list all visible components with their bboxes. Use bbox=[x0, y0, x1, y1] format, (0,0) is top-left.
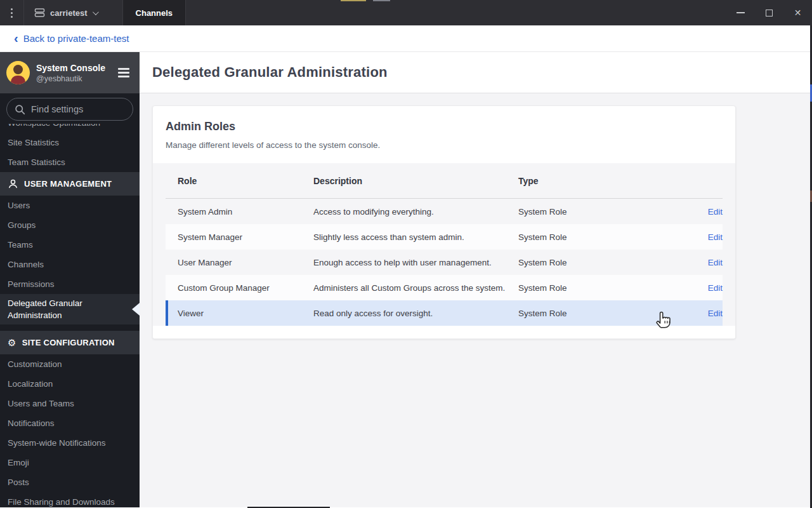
edit-link[interactable]: Edit bbox=[708, 309, 723, 318]
window-titlebar: carrietest Channels ✕ bbox=[0, 0, 812, 25]
tab-channels-label: Channels bbox=[136, 8, 173, 18]
cell-role: System Admin bbox=[178, 207, 313, 217]
cell-actions: Edit bbox=[693, 258, 723, 267]
cell-type: System Role bbox=[518, 232, 693, 242]
column-header-description: Description bbox=[313, 176, 518, 186]
console-title: System Console bbox=[36, 62, 117, 74]
cell-actions: Edit bbox=[693, 232, 723, 242]
cell-role: Viewer bbox=[178, 309, 313, 318]
close-button[interactable]: ✕ bbox=[783, 0, 812, 25]
table-row-system-admin[interactable]: System AdminAccess to modifying everythi… bbox=[166, 199, 723, 224]
table-row-user-manager[interactable]: User ManagerEnough access to help with u… bbox=[166, 250, 723, 275]
sidebar-item-label: Permissions bbox=[8, 279, 55, 289]
sidebar-item-users-and-teams[interactable]: Users and Teams bbox=[0, 394, 140, 413]
minimize-button[interactable] bbox=[726, 0, 755, 25]
sidebar-item-label: Emoji bbox=[8, 458, 29, 467]
sidebar-item-channels[interactable]: Channels bbox=[0, 255, 140, 274]
sidebar-section-site-configuration: ⚙SITE CONFIGURATION bbox=[0, 331, 140, 354]
sidebar-section-user-management: USER MANAGEMENT bbox=[0, 172, 140, 196]
page-title: Delegated Granular Administration bbox=[152, 64, 388, 81]
sidebar-item-label: Site Statistics bbox=[8, 138, 59, 147]
sidebar-item-groups[interactable]: Groups bbox=[0, 215, 140, 235]
sidebar-item-users[interactable]: Users bbox=[0, 196, 140, 215]
cell-actions: Edit bbox=[693, 283, 723, 293]
sidebar-item-label: Channels bbox=[8, 260, 44, 269]
cell-role: Custom Group Manager bbox=[178, 283, 313, 293]
hand-cursor-icon bbox=[655, 307, 675, 329]
main-area: Delegated Granular Administration Admin … bbox=[140, 52, 812, 507]
sidebar-item-label: Posts bbox=[8, 478, 29, 487]
sidebar-item-permissions[interactable]: Permissions bbox=[0, 274, 140, 294]
sidebar-item-localization[interactable]: Localization bbox=[0, 374, 140, 394]
sidebar-item-label: System-wide Notifications bbox=[8, 438, 106, 448]
table-row-viewer[interactable]: ViewerRead only access for oversight.Sys… bbox=[166, 300, 723, 326]
server-selector[interactable]: carrietest bbox=[24, 0, 106, 25]
search-input[interactable] bbox=[31, 104, 120, 114]
search-icon bbox=[15, 104, 25, 115]
sidebar-item-label: Users bbox=[8, 201, 30, 210]
avatar[interactable] bbox=[6, 61, 30, 84]
cell-role: System Manager bbox=[178, 232, 313, 242]
sidebar-nav: Workspace OptimizationSite StatisticsTea… bbox=[0, 113, 140, 507]
sidebar-item-site-statistics[interactable]: Site Statistics bbox=[0, 133, 140, 152]
sidebar-item-file-sharing-and-downloads[interactable]: File Sharing and Downloads bbox=[0, 492, 140, 507]
sidebar-item-label: Teams bbox=[8, 240, 33, 250]
cell-type: System Role bbox=[518, 207, 693, 217]
sidebar-item-label: Team Statistics bbox=[8, 157, 65, 167]
sidebar-item-notifications[interactable]: Notifications bbox=[0, 413, 140, 433]
close-icon: ✕ bbox=[794, 8, 802, 17]
table-row-custom-group-manager[interactable]: Custom Group ManagerAdministers all Cust… bbox=[166, 275, 723, 300]
sidebar-item-delegated-granular-administration[interactable]: Delegated Granular Administration bbox=[0, 294, 140, 324]
maximize-icon bbox=[766, 10, 773, 17]
server-icon bbox=[34, 8, 45, 18]
top-edge-sliver bbox=[373, 0, 390, 1]
hamburger-menu-icon[interactable] bbox=[117, 65, 131, 80]
sidebar-item-label: File Sharing and Downloads bbox=[8, 497, 115, 507]
sidebar-item-teams[interactable]: Teams bbox=[0, 235, 140, 255]
sidebar-item-label: Delegated Granular Administration bbox=[8, 297, 121, 321]
selected-item-pointer-icon bbox=[132, 303, 140, 316]
edit-link[interactable]: Edit bbox=[708, 232, 723, 242]
edit-link[interactable]: Edit bbox=[708, 207, 723, 217]
sidebar-item-customization[interactable]: Customization bbox=[0, 354, 140, 374]
gear-icon: ⚙ bbox=[8, 338, 16, 347]
minimize-icon bbox=[737, 12, 745, 13]
table-row-system-manager[interactable]: System ManagerSlightly less access than … bbox=[166, 224, 723, 250]
sidebar-item-label: Groups bbox=[8, 220, 36, 230]
sidebar-item-label: Notifications bbox=[8, 418, 55, 428]
sidebar-header: System Console @yesbhautik bbox=[0, 52, 140, 93]
user-management-icon bbox=[8, 178, 18, 189]
app-window: carrietest Channels ✕ ‹ Back to private-… bbox=[0, 0, 812, 508]
column-header-role: Role bbox=[178, 176, 313, 186]
sidebar-item-system-wide-notifications[interactable]: System-wide Notifications bbox=[0, 433, 140, 453]
card-title: Admin Roles bbox=[166, 120, 723, 133]
sidebar-item-label: Customization bbox=[8, 359, 62, 369]
tab-channels[interactable]: Channels bbox=[122, 0, 187, 25]
cell-description: Read only access for oversight. bbox=[313, 309, 518, 318]
cell-actions: Edit bbox=[693, 309, 723, 318]
cell-description: Access to modifying everything. bbox=[313, 207, 518, 217]
kebab-menu-icon[interactable] bbox=[0, 0, 23, 25]
edit-link[interactable]: Edit bbox=[708, 283, 723, 293]
sidebar-section-label: USER MANAGEMENT bbox=[24, 179, 112, 189]
back-link[interactable]: ‹ Back to private-team-test bbox=[14, 32, 129, 45]
sidebar-item-label: Localization bbox=[8, 379, 53, 389]
console-username: @yesbhautik bbox=[36, 74, 117, 84]
page-header: Delegated Granular Administration bbox=[140, 52, 812, 93]
card-description: Manage different levels of access to the… bbox=[166, 140, 723, 150]
cell-description: Enough access to help with user manageme… bbox=[313, 258, 518, 267]
sidebar-item-team-statistics[interactable]: Team Statistics bbox=[0, 152, 140, 172]
sidebar-item-label: Users and Teams bbox=[8, 399, 74, 408]
sidebar-item-emoji[interactable]: Emoji bbox=[0, 453, 140, 472]
back-chevron-icon: ‹ bbox=[14, 32, 18, 44]
page-body: Admin Roles Manage different levels of a… bbox=[140, 93, 812, 507]
cell-description: Administers all Custom Groups across the… bbox=[313, 283, 518, 293]
back-link-label: Back to private-team-test bbox=[23, 33, 129, 44]
edit-link[interactable]: Edit bbox=[708, 258, 723, 267]
sidebar-section-label: SITE CONFIGURATION bbox=[22, 338, 115, 347]
back-bar: ‹ Back to private-team-test bbox=[0, 25, 812, 52]
sidebar-item-posts[interactable]: Posts bbox=[0, 472, 140, 492]
maximize-button[interactable] bbox=[755, 0, 783, 25]
cell-type: System Role bbox=[518, 258, 693, 267]
top-edge-sliver bbox=[341, 0, 366, 1]
